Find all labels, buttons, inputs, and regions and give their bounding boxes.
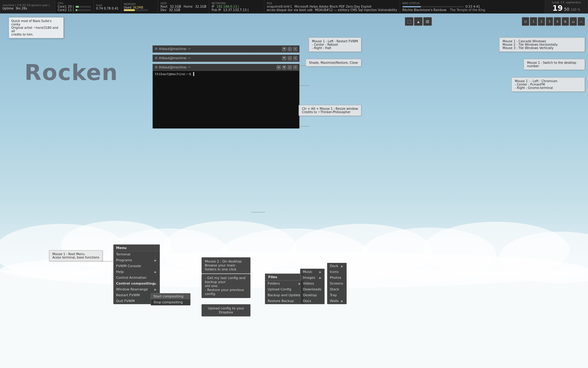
programs-arrow: ▶	[154, 259, 156, 262]
rearrange-arrow: ▶	[154, 288, 156, 291]
term2-btn2[interactable]: □	[288, 56, 292, 60]
cascade-windows-box: Mouse 1 : Cascade Windows Mouse 2 : Tile…	[499, 37, 585, 52]
workspace-switcher[interactable]: ⬚ ▲ ⊞	[405, 17, 432, 26]
time-section: lundi, 13. septembre 19 50 100 %	[545, 0, 588, 13]
shade-maximize-box: Shade, Maximize/Restore, Close	[306, 59, 361, 67]
folder-videos[interactable]: Videos	[300, 281, 324, 286]
win-ctrl-2[interactable]: 2	[538, 17, 545, 26]
hdd-section: HDD Root 32.1GB Home 32.1GB Dev 32.1GB	[158, 0, 209, 13]
image-icons[interactable]: Icons	[327, 269, 346, 275]
win-ctrl-minimize[interactable]: —	[578, 17, 585, 26]
credits-info-box: Quick mod of Naos Suite's conky Original…	[9, 17, 64, 38]
term1-btn3[interactable]: ✕	[293, 47, 297, 51]
menu-item-programs[interactable]: Programs ▶	[114, 257, 160, 263]
term3-btn3[interactable]: ✕	[293, 65, 297, 70]
topbar: machine | 2.6.32-24-generic-pae | Uptime…	[0, 0, 588, 13]
folder-music[interactable]: Music ▶	[300, 269, 324, 275]
files-item-upload-config[interactable]: Upload Config	[265, 286, 304, 292]
win-ctrl-1[interactable]: 1	[530, 17, 537, 26]
folder-downloads[interactable]: Downloads	[300, 286, 324, 292]
uptime-value: Uptime 9m 28s	[2, 7, 52, 10]
machine-info: machine | 2.6.32-24-generic-pae | Uptime…	[0, 0, 55, 13]
window-controls[interactable]: ⊡ 1 2 3 4 ⚙ 🗂 —	[522, 17, 585, 26]
mouse-on-desktop-box: Mouse 2 : On desktop Browse your main fo…	[202, 257, 251, 274]
images-submenu[interactable]: Dock ▶ Icons Photos Screens Stack Tray W…	[327, 263, 347, 304]
ws-btn-arrange[interactable]: ⬚	[405, 17, 413, 26]
term2-btn1[interactable]: ⚑	[282, 56, 286, 60]
ws-btn-right[interactable]: ⊞	[423, 17, 432, 26]
win-ctrl-expand[interactable]: ⊡	[522, 17, 529, 26]
network-section: NETWORK IP 192.168.0.13 | Pub IP 13.37.1…	[209, 0, 264, 13]
win-ctrl-files[interactable]: 🗂	[570, 17, 577, 26]
term3-btn1[interactable]: ⚑	[282, 65, 286, 70]
upload-config-box[interactable]: Upload config to your Dropbox	[202, 304, 251, 316]
term2-btn3[interactable]: ✕	[293, 56, 297, 60]
memory-section: MEMORY Used 362MB	[121, 0, 158, 13]
win-ctrl-3[interactable]: 3	[546, 17, 553, 26]
compositing-arrow: ▶	[154, 282, 156, 285]
stop-compositing[interactable]: Stop compositing	[151, 299, 190, 305]
files-body[interactable]: Folders ▶ Upload Config Backup and Updat…	[265, 281, 304, 304]
term3-btn2[interactable]: □	[288, 65, 292, 70]
term3-btn-extra[interactable]: ⊞	[277, 65, 281, 70]
machine-label: machine | 2.6.32-24-generic-pae |	[2, 4, 52, 7]
terminal-window-2[interactable]: ⚙ thibaut@machine: ~ ⚑ □ ✕	[153, 55, 300, 62]
folder-images[interactable]: Images ▶	[300, 275, 324, 281]
cpu-section: CPU Core1 20 | Core2 11 |	[55, 0, 94, 13]
terminal-titlebar-main: ⚙ thibaut@machine: ~ ⊞ ⚑ □ ✕	[153, 64, 299, 71]
files-panel[interactable]: Files Folders ▶ Upload Config Backup and…	[265, 274, 304, 304]
menu-header: Menu	[114, 245, 160, 251]
image-screens[interactable]: Screens	[327, 281, 346, 286]
menu-item-fvwm-console[interactable]: FVWM Console	[114, 263, 160, 269]
image-stack[interactable]: Stack	[327, 286, 346, 292]
terminal-window-main[interactable]: ⚙ thibaut@machine: ~ ⊞ ⚑ □ ✕ thibaut@mac…	[153, 64, 300, 128]
chromium-box: Mouse 1 : - Left : Chromium - Center : P…	[511, 77, 585, 92]
switch-desktop-box: Mouse 1 : Switch to the desktop number	[524, 59, 585, 70]
term1-btn1[interactable]: ⚑	[282, 47, 286, 51]
mouse1-restart-box: Mouse 1 : Left : Restart FVWM - Center :…	[309, 37, 361, 52]
start-compositing[interactable]: Start compositing	[151, 293, 190, 299]
menu-item-terminal[interactable]: Terminal	[114, 251, 160, 257]
root-menu-hint-box: Mouse 1 : Root Menu Acess terminal, base…	[49, 250, 103, 261]
load-section: load 0.74 0.78 0.41	[94, 0, 121, 13]
win-ctrl-4[interactable]: 4	[554, 17, 561, 26]
term1-btn2[interactable]: □	[288, 47, 292, 51]
menu-item-help[interactable]: Help ▶	[114, 269, 160, 275]
files-item-backup-update[interactable]: Backup and Update	[265, 292, 304, 298]
image-walls[interactable]: Walls ▶	[327, 298, 346, 304]
resize-window-box: Ctr + Alt + Mouse 1 : Resize window Cred…	[299, 105, 361, 116]
folder-desktop[interactable]: Desktop	[300, 292, 324, 298]
files-item-folders[interactable]: Folders ▶	[265, 281, 304, 286]
image-dock[interactable]: Dock ▶	[327, 263, 346, 269]
ws-btn-up[interactable]: ▲	[414, 17, 423, 26]
terminal-titlebar-2: ⚙ thibaut@machine: ~ ⚑ □ ✕	[153, 55, 299, 62]
help-arrow: ▶	[154, 270, 156, 274]
files-header: Files	[265, 274, 304, 281]
terminal-titlebar-1: ⚙ thibaut@machine: ~ ⚑ □ ✕	[153, 46, 299, 52]
image-photos[interactable]: Photos	[327, 275, 346, 281]
files-item-restore-backup[interactable]: Restore Backup	[265, 298, 304, 304]
folders-submenu[interactable]: Music ▶ Images ▶ Videos Downloads Deskto…	[300, 269, 325, 304]
compositing-submenu-box[interactable]: Start compositing Stop compositing	[151, 293, 190, 305]
terminal-content-main[interactable]: thibaut@machine:~$ ▌	[153, 71, 299, 128]
terminal-window-1[interactable]: ⚙ thibaut@machine: ~ ⚑ □ ✕	[153, 45, 300, 53]
menu-item-control-animation[interactable]: Control Animation	[114, 275, 160, 281]
image-tray[interactable]: Tray	[327, 292, 346, 298]
win-ctrl-settings[interactable]: ⚙	[562, 17, 569, 26]
folder-docs[interactable]: Docs	[300, 298, 324, 304]
menu-item-window-rearrange[interactable]: Window Rearrange ▶	[114, 286, 160, 292]
main-area: Rocken Quick mod of Naos Suite's conky O…	[0, 13, 588, 368]
mpd-section: MPD STATUS 0:33 4:41 Ritchie Blackmore's…	[400, 0, 545, 13]
rss-section: RSS snapshot8-bt4r1 Microsoft Helps Adob…	[264, 0, 400, 13]
menu-item-control-compositing[interactable]: Control compositing ▶	[114, 281, 160, 286]
backup-box: - Get my last config and backup your old…	[202, 274, 251, 298]
rocken-text: Rocken	[24, 59, 118, 85]
